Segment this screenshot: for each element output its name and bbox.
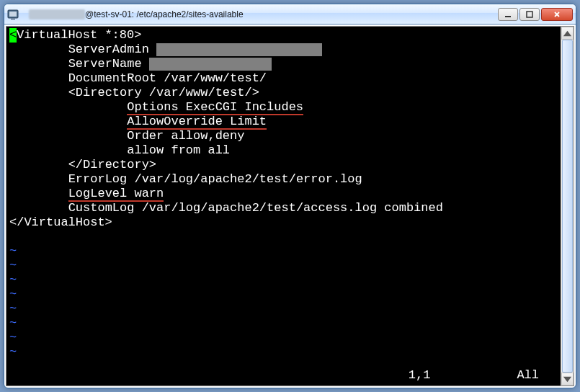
directory-close: </Directory> xyxy=(68,158,156,172)
serveradmin-label: ServerAdmin xyxy=(68,43,156,56)
titlebar[interactable]: @test-sv-01: /etc/apache2/sites-availabl… xyxy=(4,4,576,24)
putty-icon xyxy=(7,9,19,20)
scrollbar-track[interactable] xyxy=(561,40,574,373)
svg-rect-4 xyxy=(527,12,532,17)
tilde-line: ~ xyxy=(9,288,558,302)
editor-content: <VirtualHost *:80> ServerAdmin ServerNam… xyxy=(9,28,558,384)
allow-line: allow from all xyxy=(127,143,230,157)
scrollbar-thumb[interactable] xyxy=(562,40,573,373)
vhost-open: VirtualHost *:80> xyxy=(17,28,141,42)
minimize-button[interactable] xyxy=(498,8,518,21)
svg-rect-2 xyxy=(11,19,15,19)
tilde-line: ~ xyxy=(9,244,558,259)
customlog-line: CustomLog /var/log/apache2/test/access.l… xyxy=(68,201,443,215)
tilde-line: ~ xyxy=(9,259,558,273)
servername-label: ServerName xyxy=(68,57,149,71)
svg-rect-3 xyxy=(505,16,511,17)
directory-open: <Directory /var/www/test/> xyxy=(68,86,259,99)
terminal-area[interactable]: <VirtualHost *:80> ServerAdmin ServerNam… xyxy=(6,26,574,386)
tilde-line: ~ xyxy=(9,302,558,316)
tilde-line: ~ xyxy=(9,316,558,331)
order-line: Order allow,deny xyxy=(127,129,244,143)
cursor-position: 1,1 xyxy=(409,368,431,383)
cursor: < xyxy=(9,28,17,43)
maximize-button[interactable] xyxy=(519,8,540,21)
title-redacted-user xyxy=(29,9,85,19)
terminal-window: @test-sv-01: /etc/apache2/sites-availabl… xyxy=(4,4,576,388)
scroll-indicator: All xyxy=(517,368,539,383)
loglevel-line: LogLevel warn xyxy=(68,187,164,202)
errorlog-line: ErrorLog /var/log/apache2/test/error.log xyxy=(68,172,362,186)
tilde-line: ~ xyxy=(9,345,558,360)
tilde-line: ~ xyxy=(9,273,558,288)
scroll-up-button[interactable] xyxy=(561,27,574,40)
window-title: @test-sv-01: /etc/apache2/sites-availabl… xyxy=(85,9,244,19)
allowoverride-line: AllowOverride Limit xyxy=(127,115,267,130)
options-line: Options ExecCGI Includes xyxy=(127,100,303,115)
documentroot-line: DocumentRoot /var/www/test/ xyxy=(68,71,267,85)
vhost-close: </VirtualHost> xyxy=(9,215,112,229)
svg-rect-1 xyxy=(9,12,17,17)
window-buttons xyxy=(498,8,573,21)
scroll-down-button[interactable] xyxy=(561,373,574,386)
close-button[interactable] xyxy=(541,8,573,21)
servername-redacted xyxy=(149,58,272,71)
tilde-line: ~ xyxy=(9,331,558,345)
serveradmin-redacted xyxy=(156,43,322,56)
vim-status-line: 1,1 All xyxy=(15,368,539,383)
vertical-scrollbar[interactable] xyxy=(561,27,574,386)
